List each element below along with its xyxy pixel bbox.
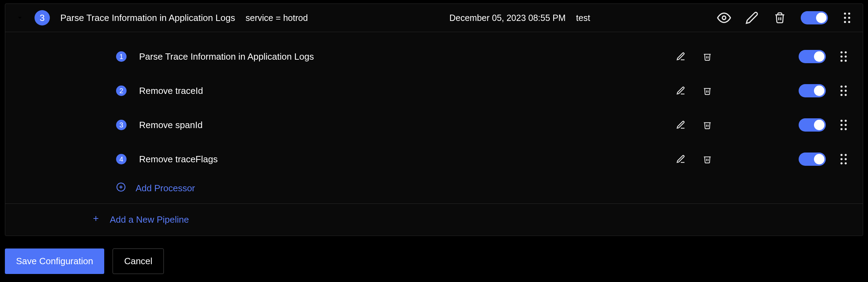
drag-handle-icon[interactable] — [838, 50, 849, 64]
save-button[interactable]: Save Configuration — [5, 248, 104, 274]
drag-handle-icon[interactable] — [838, 152, 849, 166]
processor-name: Remove traceFlags — [139, 154, 661, 165]
add-processor-button[interactable]: Add Processor — [5, 176, 863, 203]
view-icon[interactable] — [717, 11, 731, 25]
pipeline-header: 3 Parse Trace Information in Application… — [5, 4, 863, 32]
plus-icon — [92, 214, 100, 225]
plus-circle-icon — [116, 182, 126, 194]
expand-chevron-icon[interactable] — [16, 14, 24, 22]
processor-index-badge: 3 — [116, 120, 127, 130]
pipeline-filter: service = hotrod — [246, 13, 343, 23]
drag-handle-icon[interactable] — [838, 84, 849, 98]
delete-icon[interactable] — [773, 11, 787, 25]
processor-row: 2 Remove traceId — [5, 73, 863, 107]
drag-handle-icon[interactable] — [842, 11, 852, 25]
processor-toggle[interactable] — [799, 153, 826, 166]
delete-icon[interactable] — [700, 84, 714, 98]
pipeline-edited-by: test — [576, 13, 611, 23]
delete-icon[interactable] — [700, 152, 714, 166]
delete-icon[interactable] — [700, 50, 714, 64]
processor-row: 1 Parse Trace Information in Application… — [5, 39, 863, 73]
footer-actions: Save Configuration Cancel — [0, 236, 868, 282]
svg-point-0 — [722, 16, 726, 20]
processor-name: Remove spanId — [139, 120, 661, 131]
edit-icon[interactable] — [674, 50, 688, 64]
processors-list: 1 Parse Trace Information in Application… — [5, 32, 863, 203]
edit-icon[interactable] — [674, 152, 688, 166]
processor-index-badge: 4 — [116, 154, 127, 164]
processor-index-badge: 1 — [116, 51, 127, 62]
pipeline-panel: 3 Parse Trace Information in Application… — [5, 3, 863, 236]
processor-toggle[interactable] — [799, 118, 826, 132]
add-pipeline-label: Add a New Pipeline — [110, 214, 189, 225]
drag-handle-icon[interactable] — [838, 118, 849, 132]
processor-row: 4 Remove traceFlags — [5, 142, 863, 176]
delete-icon[interactable] — [700, 118, 714, 132]
pipeline-actions — [717, 11, 852, 25]
processor-toggle[interactable] — [799, 84, 826, 97]
processor-name: Remove traceId — [139, 86, 661, 96]
edit-icon[interactable] — [674, 118, 688, 132]
edit-icon[interactable] — [674, 84, 688, 98]
processor-name: Parse Trace Information in Application L… — [139, 51, 661, 62]
processor-row: 3 Remove spanId — [5, 107, 863, 142]
pipeline-toggle[interactable] — [801, 11, 828, 24]
pipeline-index-badge: 3 — [35, 10, 50, 25]
pipeline-edited-on: December 05, 2023 08:55 PM — [449, 13, 566, 23]
add-pipeline-button[interactable]: Add a New Pipeline — [5, 203, 863, 236]
add-processor-label: Add Processor — [136, 183, 195, 194]
pipeline-name: Parse Trace Information in Application L… — [60, 13, 235, 23]
edit-icon[interactable] — [745, 11, 759, 25]
processor-toggle[interactable] — [799, 50, 826, 63]
cancel-button[interactable]: Cancel — [113, 248, 164, 274]
processor-index-badge: 2 — [116, 86, 127, 96]
